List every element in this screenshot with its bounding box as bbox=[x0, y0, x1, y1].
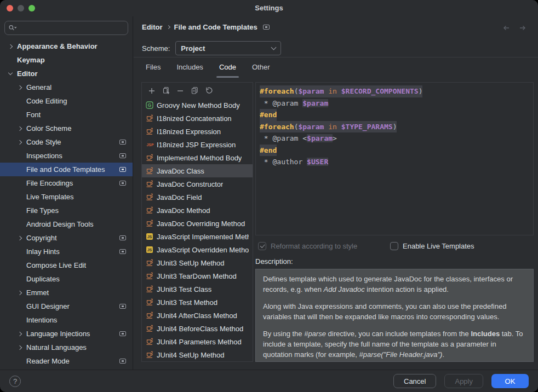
sidebar-item-editor[interactable]: Editor bbox=[0, 67, 133, 80]
ok-button[interactable]: OK bbox=[491, 374, 529, 388]
template-item-javadoc-constructor[interactable]: JavaDoc Constructor bbox=[142, 177, 253, 191]
sidebar-item-inlay-hints[interactable]: Inlay Hints bbox=[0, 245, 133, 258]
template-item-junit4-afterclass-method[interactable]: JUnit4 AfterClass Method bbox=[142, 309, 253, 322]
title-bar: Settings bbox=[0, 0, 538, 16]
template-item-i18nized-expression[interactable]: I18nized Expression bbox=[142, 125, 253, 138]
chevron-slot bbox=[17, 332, 26, 336]
template-tabs: FilesIncludesCodeOther bbox=[141, 57, 274, 78]
chevron-right-icon[interactable] bbox=[8, 44, 13, 48]
sidebar-item-color-scheme[interactable]: Color Scheme bbox=[0, 122, 133, 135]
template-item-javadoc-field[interactable]: JavaDoc Field bbox=[142, 191, 253, 204]
tab-other[interactable]: Other bbox=[247, 57, 275, 78]
search-field[interactable] bbox=[4, 21, 128, 35]
sidebar-item-code-editing[interactable]: Code Editing bbox=[0, 94, 133, 108]
chevron-right-icon[interactable] bbox=[18, 126, 22, 130]
sidebar-item-label: File Encodings bbox=[26, 179, 73, 187]
java-file-icon bbox=[146, 114, 153, 122]
java-file-icon bbox=[146, 193, 153, 201]
sidebar-item-language-injections[interactable]: Language Injections bbox=[0, 327, 133, 341]
sidebar-item-natural-languages[interactable]: Natural Languages bbox=[0, 341, 133, 354]
template-item-i18nized-jsp-expression[interactable]: JSPI18nized JSP Expression bbox=[142, 138, 253, 151]
chevron-right-icon[interactable] bbox=[18, 290, 22, 295]
chevron-right-icon[interactable] bbox=[18, 85, 22, 89]
chevron-right-icon[interactable] bbox=[18, 140, 22, 144]
tab-includes[interactable]: Includes bbox=[171, 57, 208, 78]
add-button[interactable] bbox=[147, 87, 156, 95]
arrow-left-icon[interactable] bbox=[502, 24, 511, 32]
scheme-dropdown[interactable]: Project bbox=[175, 41, 281, 55]
sidebar-item-code-style[interactable]: Code Style bbox=[0, 135, 133, 149]
reset-button[interactable] bbox=[204, 87, 213, 95]
template-item-junit3-test-method[interactable]: JUnit3 Test Method bbox=[142, 296, 253, 309]
sidebar-item-file-encodings[interactable]: File Encodings bbox=[0, 176, 133, 190]
template-item-implemented-method-body[interactable]: Implemented Method Body bbox=[142, 151, 253, 164]
template-item-junit3-teardown-method[interactable]: JUnit3 TearDown Method bbox=[142, 269, 253, 283]
sidebar-item-general[interactable]: General bbox=[0, 80, 133, 94]
help-button[interactable]: ? bbox=[9, 376, 21, 387]
template-item-javadoc-method[interactable]: JavaDoc Method bbox=[142, 204, 253, 217]
minimize-window-button[interactable] bbox=[18, 5, 24, 11]
java-file-icon bbox=[146, 272, 153, 280]
live-templates-checkbox[interactable] bbox=[390, 242, 398, 250]
sidebar-item-file-and-code-templates[interactable]: File and Code Templates bbox=[0, 163, 133, 176]
template-item-label: Groovy New Method Body bbox=[157, 101, 240, 109]
sidebar-item-keymap[interactable]: Keymap bbox=[0, 53, 133, 67]
scheme-row: Scheme: Project bbox=[142, 41, 281, 55]
chevron-right-icon[interactable] bbox=[18, 235, 22, 240]
template-item-junit4-beforeclass-method[interactable]: JUnit4 BeforeClass Method bbox=[142, 322, 253, 335]
chevron-right-icon[interactable] bbox=[18, 345, 22, 349]
minus-icon bbox=[176, 87, 184, 95]
template-item-javadoc-class[interactable]: JavaDoc Class bbox=[142, 164, 253, 177]
close-window-button[interactable] bbox=[7, 5, 13, 11]
arrow-right-icon[interactable] bbox=[518, 24, 527, 32]
copy-template-button[interactable] bbox=[162, 87, 170, 95]
template-item-junit3-setup-method[interactable]: JUnit3 SetUp Method bbox=[142, 256, 253, 269]
chevron-right-icon[interactable] bbox=[18, 331, 22, 336]
sidebar-item-copyright[interactable]: Copyright bbox=[0, 231, 133, 245]
sidebar-item-duplicates[interactable]: Duplicates bbox=[0, 272, 133, 286]
sidebar-item-label: Appearance & Behavior bbox=[17, 42, 98, 50]
template-item-javadoc-overriding-method[interactable]: JavaDoc Overriding Method bbox=[142, 217, 253, 230]
template-item-label: JavaDoc Constructor bbox=[157, 180, 223, 188]
sidebar-item-font[interactable]: Font bbox=[0, 108, 133, 122]
sidebar-item-gui-designer[interactable]: GUI Designer bbox=[0, 299, 133, 313]
sidebar-item-inspections[interactable]: Inspections bbox=[0, 149, 133, 163]
template-item-i18nized-concatenation[interactable]: I18nized Concatenation bbox=[142, 112, 253, 125]
sidebar-item-file-types[interactable]: File Types bbox=[0, 204, 133, 217]
tab-code[interactable]: Code bbox=[214, 57, 241, 78]
sidebar-item-emmet[interactable]: Emmet bbox=[0, 286, 133, 299]
sidebar-item-intentions[interactable]: Intentions bbox=[0, 313, 133, 327]
template-item-javascript-overridden-method[interactable]: JSJavaScript Overridden Method bbox=[142, 243, 253, 256]
cancel-button[interactable]: Cancel bbox=[393, 374, 436, 388]
java-file-icon bbox=[146, 298, 153, 306]
svg-text:JS: JS bbox=[147, 235, 152, 239]
template-item-javascript-implemented-method[interactable]: JSJavaScript Implemented Method bbox=[142, 230, 253, 243]
template-item-junit3-test-class[interactable]: JUnit3 Test Class bbox=[142, 283, 253, 296]
breadcrumb-current-page: File and Code Templates bbox=[174, 23, 257, 31]
zoom-window-button[interactable] bbox=[28, 5, 35, 11]
reformat-checkbox[interactable] bbox=[258, 242, 266, 250]
chevron-down-icon[interactable] bbox=[8, 71, 13, 75]
template-item-junit4-parameters-method[interactable]: JUnit4 Parameters Method bbox=[142, 335, 253, 348]
breadcrumb-editor[interactable]: Editor bbox=[142, 23, 163, 31]
sidebar-item-live-templates[interactable]: Live Templates bbox=[0, 190, 133, 204]
apply-button[interactable]: Apply bbox=[444, 374, 483, 388]
sidebar-item-reader-mode[interactable]: Reader Mode bbox=[0, 354, 133, 368]
template-item-groovy-new-method-body[interactable]: GGroovy New Method Body bbox=[142, 99, 253, 112]
remove-button[interactable] bbox=[176, 87, 185, 95]
sidebar-item-label: Editor bbox=[17, 70, 38, 78]
sidebar-item-appearance-behavior[interactable]: Appearance & Behavior bbox=[0, 39, 133, 53]
template-item-label: I18nized JSP Expression bbox=[157, 141, 236, 149]
tab-files[interactable]: Files bbox=[141, 57, 165, 78]
sidebar-item-compose-live-edit[interactable]: Compose Live Edit bbox=[0, 258, 133, 272]
sidebar-item-android-design-tools[interactable]: Android Design Tools bbox=[0, 217, 133, 231]
search-input[interactable] bbox=[19, 24, 124, 33]
java-file-icon bbox=[146, 167, 153, 175]
template-code-editor[interactable]: #foreach($param in $RECORD_COMPONENTS) *… bbox=[255, 82, 534, 235]
duplicate-button[interactable] bbox=[190, 87, 199, 95]
sidebar-item-label: Code Style bbox=[26, 138, 61, 146]
template-item-junit4-setup-method[interactable]: JUnit4 SetUp Method bbox=[142, 348, 253, 361]
footer-bar: ? CancelApplyOK bbox=[0, 370, 538, 392]
per-project-screen-icon bbox=[119, 153, 126, 158]
java-file-icon bbox=[146, 206, 153, 214]
